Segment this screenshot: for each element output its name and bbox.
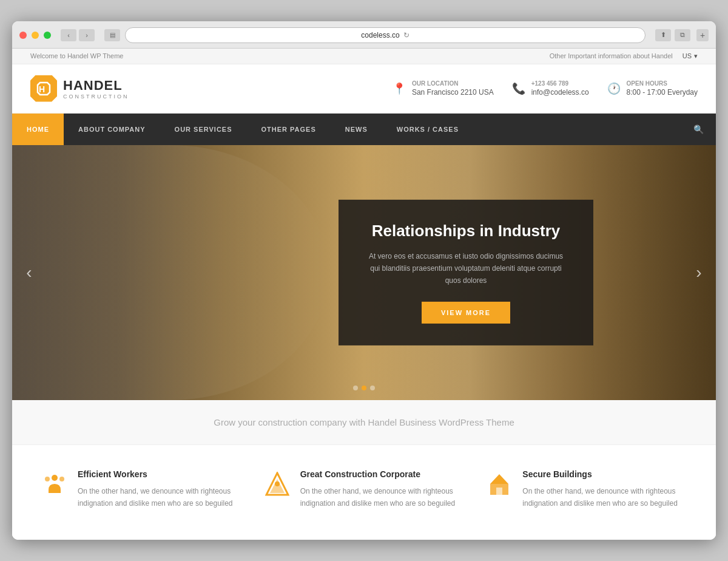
location-info: 📍 Our Location San Francisco 2210 USA [393, 80, 494, 97]
location-icon: 📍 [393, 82, 406, 95]
phone-info: 📞 +123 456 789 info@codeless.co [512, 80, 589, 97]
back-button[interactable]: ‹ [61, 29, 76, 41]
feature-workers-content: Efficient Workers On the other hand, we … [78, 469, 241, 510]
top-bar-left-text: Welcome to Handel WP Theme [30, 52, 123, 59]
feature-item-buildings: Secure Buildings On the other hand, we d… [475, 469, 698, 510]
maximize-dot[interactable] [44, 32, 51, 39]
svg-point-3 [59, 477, 64, 481]
phone-value: info@codeless.co [531, 88, 589, 97]
logo-icon: H [30, 75, 57, 102]
construction-icon [265, 472, 289, 501]
phone-details: +123 456 789 info@codeless.co [531, 80, 589, 97]
layout-button[interactable]: ▤ [104, 29, 120, 41]
feature-construction-title: Great Construction Corporate [300, 469, 463, 479]
feature-buildings-content: Secure Buildings On the other hand, we d… [522, 469, 686, 510]
nav-item-news[interactable]: NEWS [331, 114, 382, 145]
logo-text: HANDEL CONSTRUCTION [63, 78, 129, 100]
slider-dot-2[interactable] [362, 386, 366, 390]
top-bar-right: Other Important information about Handel… [550, 52, 698, 60]
hours-value: 8:00 - 17:00 Everyday [627, 88, 698, 97]
feature-workers-title: Efficient Workers [78, 469, 241, 479]
chevron-down-icon: ▾ [694, 52, 698, 60]
clock-icon: 🕐 [607, 82, 621, 95]
nav-search-button[interactable]: 🔍 [681, 114, 716, 145]
duplicate-button[interactable]: ⧉ [675, 29, 690, 41]
slider-dot-3[interactable] [370, 386, 375, 390]
forward-button[interactable]: › [79, 29, 95, 41]
buildings-icon [487, 472, 511, 501]
phone-icon: 📞 [512, 82, 525, 95]
svg-point-2 [45, 477, 50, 481]
svg-marker-8 [490, 474, 508, 484]
hours-details: Open Hours 8:00 - 17:00 Everyday [627, 80, 698, 97]
hero-slider: Relationships in Industry At vero eos et… [12, 145, 716, 400]
feature-item-workers: Efficient Workers On the other hand, we … [30, 469, 253, 510]
nav-item-pages[interactable]: OTHER PAGES [247, 114, 331, 145]
browser-chrome: ‹ › ▤ codeless.co ↻ ⬆ ⧉ + [12, 21, 716, 49]
feature-item-construction: Great Construction Corporate On the othe… [253, 469, 476, 510]
svg-rect-9 [496, 488, 502, 495]
lang-label: US [682, 52, 692, 59]
location-label: Our Location [412, 80, 494, 87]
url-text: codeless.co [361, 31, 399, 39]
top-bar: Welcome to Handel WP Theme Other Importa… [12, 49, 716, 64]
logo[interactable]: H HANDEL CONSTRUCTION [30, 75, 129, 102]
slider-next-button[interactable]: › [688, 262, 710, 284]
tagline-section: Grow your construction company with Hand… [12, 400, 716, 445]
location-details: Our Location San Francisco 2210 USA [412, 80, 494, 97]
svg-point-6 [275, 481, 280, 486]
hero-title: Relationships in Industry [368, 222, 564, 240]
slider-dot-1[interactable] [353, 386, 358, 390]
workers-icon [42, 472, 67, 501]
nav-item-home[interactable]: HOME [12, 114, 64, 145]
feature-construction-text: On the other hand, we denounce with righ… [300, 485, 463, 510]
feature-buildings-title: Secure Buildings [522, 469, 686, 479]
hero-content: Relationships in Industry At vero eos et… [339, 200, 593, 345]
features-section: Efficient Workers On the other hand, we … [12, 445, 716, 540]
slider-dots [353, 386, 375, 390]
header-info: 📍 Our Location San Francisco 2210 USA 📞 … [393, 80, 698, 97]
svg-text:H: H [39, 84, 45, 94]
nav-item-about[interactable]: ABOUT COMPANY [64, 114, 160, 145]
feature-workers-text: On the other hand, we denounce with righ… [78, 485, 241, 510]
refresh-icon[interactable]: ↻ [403, 31, 410, 39]
site-header: H HANDEL CONSTRUCTION 📍 Our Location San… [12, 64, 716, 114]
hero-description: At vero eos et accusamus et iusto odio d… [368, 250, 564, 287]
logo-subtitle: CONSTRUCTION [63, 93, 129, 100]
new-tab-button[interactable]: + [696, 29, 709, 41]
svg-point-1 [52, 475, 58, 481]
minimize-dot[interactable] [32, 32, 39, 39]
feature-construction-content: Great Construction Corporate On the othe… [300, 469, 463, 510]
language-selector[interactable]: US ▾ [682, 52, 698, 60]
location-value: San Francisco 2210 USA [412, 88, 494, 97]
feature-buildings-text: On the other hand, we denounce with righ… [522, 485, 686, 510]
phone-label: +123 456 789 [531, 80, 589, 87]
hero-cta-button[interactable]: VIEW MORE [422, 302, 510, 324]
tagline-text: Grow your construction company with Hand… [214, 417, 514, 427]
hours-info: 🕐 Open Hours 8:00 - 17:00 Everyday [607, 80, 698, 97]
top-bar-right-text: Other Important information about Handel [550, 52, 673, 59]
search-icon: 🔍 [693, 124, 704, 134]
browser-window: ‹ › ▤ codeless.co ↻ ⬆ ⧉ + Welcome to Han… [12, 21, 716, 540]
share-button[interactable]: ⬆ [655, 29, 671, 41]
main-navigation: HOME ABOUT COMPANY OUR SERVICES OTHER PA… [12, 114, 716, 145]
website-content: Welcome to Handel WP Theme Other Importa… [12, 49, 716, 540]
hours-label: Open Hours [627, 80, 698, 87]
logo-name: HANDEL [63, 78, 129, 93]
close-dot[interactable] [19, 32, 27, 39]
nav-item-services[interactable]: OUR SERVICES [160, 114, 247, 145]
address-bar[interactable]: codeless.co ↻ [125, 27, 645, 43]
slider-prev-button[interactable]: ‹ [18, 262, 40, 284]
nav-item-works[interactable]: WORKS / CASES [382, 114, 473, 145]
